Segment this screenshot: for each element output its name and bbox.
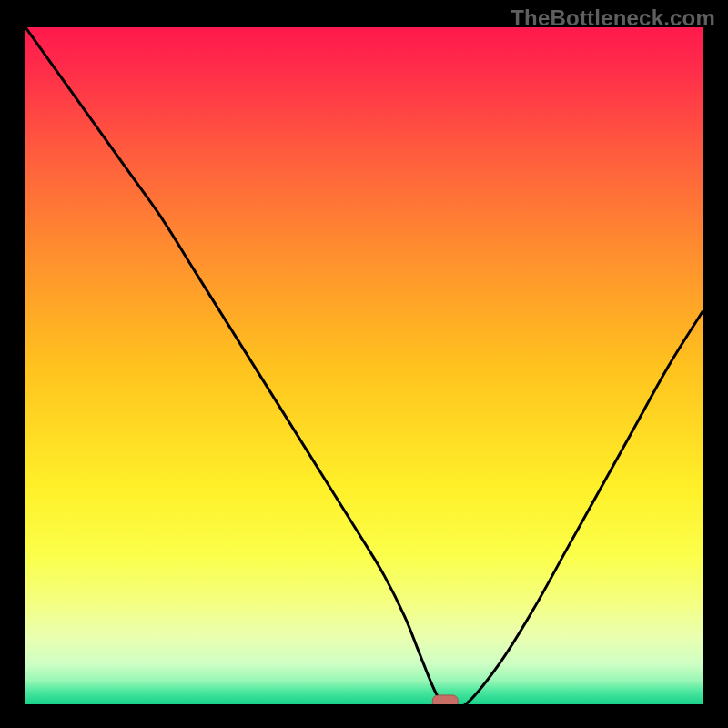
plot-background <box>25 27 703 704</box>
optimum-marker <box>432 695 458 704</box>
chart-svg <box>25 27 703 704</box>
chart-frame: TheBottleneck.com <box>0 0 728 728</box>
watermark-text: TheBottleneck.com <box>511 5 715 31</box>
plot-area <box>25 27 703 704</box>
